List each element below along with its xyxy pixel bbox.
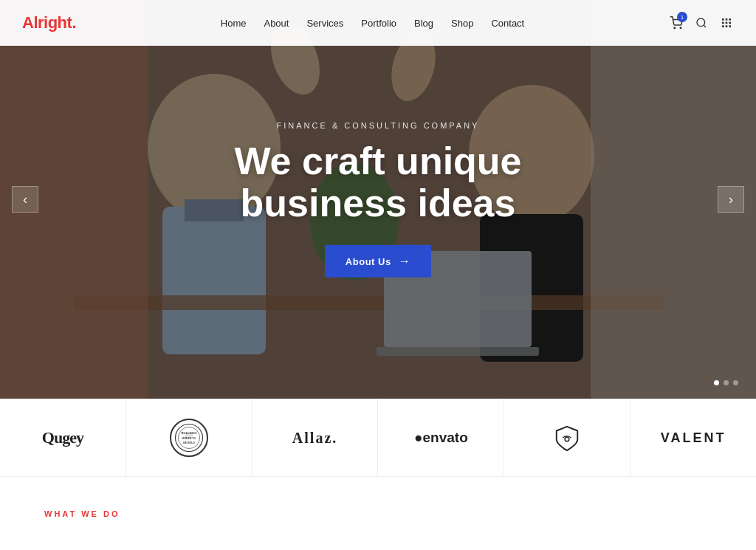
svg-point-2	[697, 18, 705, 27]
logo-valent-text: VALENT	[661, 430, 726, 446]
slider-prev-button[interactable]: ‹	[12, 186, 38, 213]
svg-point-1	[680, 27, 681, 29]
main-nav: Home About Services Portfolio Blog Shop …	[221, 16, 524, 30]
search-icon[interactable]	[694, 16, 709, 30]
nav-item-services[interactable]: Services	[306, 16, 343, 30]
logo-item-bulldog: BULLDOG BREED TO BE BOLD	[126, 399, 252, 476]
slider-next-button[interactable]: ›	[718, 186, 744, 213]
cart-badge: 1	[677, 12, 687, 22]
logo-item-envato: ●envato	[378, 399, 504, 476]
hero-cta-button[interactable]: About Us →	[325, 245, 431, 278]
header: Alright. Home About Services Portfolio B…	[0, 0, 756, 46]
logo-item-allaz: Allaz.	[252, 399, 379, 476]
logo-allaz-text: Allaz.	[292, 430, 337, 447]
svg-point-34	[565, 437, 569, 441]
svg-rect-4	[722, 18, 724, 21]
svg-rect-9	[729, 22, 731, 24]
svg-rect-6	[729, 18, 731, 21]
logo-item-qugey: Qugey	[0, 399, 126, 476]
svg-text:BE BOLD: BE BOLD	[183, 441, 195, 444]
hero-section: ‹ Finance & Consulting Company We craft …	[0, 0, 756, 399]
nav-link-contact[interactable]: Contact	[491, 18, 524, 29]
nav-link-services[interactable]: Services	[306, 18, 343, 29]
slider-dot-1[interactable]	[714, 380, 719, 385]
nav-item-home[interactable]: Home	[221, 16, 247, 30]
svg-point-33	[185, 432, 193, 439]
nav-link-shop[interactable]: Shop	[451, 18, 473, 29]
cart-icon[interactable]: 1	[669, 16, 684, 30]
svg-rect-11	[726, 25, 728, 27]
nav-list: Home About Services Portfolio Blog Shop …	[221, 16, 524, 30]
svg-rect-8	[726, 22, 728, 24]
shield-logo-icon	[553, 424, 581, 452]
nav-item-portfolio[interactable]: Portfolio	[361, 16, 396, 30]
hero-subtitle: Finance & Consulting Company	[193, 121, 563, 130]
svg-rect-10	[722, 25, 724, 27]
grid-icon[interactable]	[719, 16, 734, 30]
logo[interactable]: Alright.	[22, 13, 76, 32]
what-we-do-section: What We Do	[0, 477, 756, 534]
logo-bulldog-badge: BULLDOG BREED TO BE BOLD	[170, 419, 208, 457]
nav-link-portfolio[interactable]: Portfolio	[361, 18, 396, 29]
hero-cta-label: About Us	[346, 256, 391, 267]
logo-text: Alright	[22, 13, 72, 32]
nav-item-blog[interactable]: Blog	[414, 16, 433, 30]
nav-item-about[interactable]: About	[264, 16, 289, 30]
logo-item-shield	[504, 399, 630, 476]
hero-title: We craft unique business ideas	[193, 140, 563, 224]
logo-item-valent: VALENT	[630, 399, 756, 476]
svg-rect-5	[726, 18, 728, 21]
logo-qugey-text: Qugey	[42, 428, 83, 447]
nav-link-home[interactable]: Home	[221, 18, 247, 29]
nav-link-blog[interactable]: Blog	[414, 18, 433, 29]
nav-item-contact[interactable]: Contact	[491, 16, 524, 30]
header-icons: 1	[669, 16, 734, 30]
arrow-icon: →	[399, 255, 411, 268]
section-label-what-we-do: What We Do	[44, 509, 120, 518]
slider-dots	[714, 380, 738, 385]
nav-item-shop[interactable]: Shop	[451, 16, 473, 30]
hero-content: Finance & Consulting Company We craft un…	[193, 121, 563, 278]
nav-link-about[interactable]: About	[264, 18, 289, 29]
logo-dot: .	[72, 13, 76, 32]
svg-point-0	[674, 27, 676, 29]
svg-rect-12	[729, 25, 731, 27]
svg-line-3	[704, 25, 706, 27]
logos-bar: Qugey BULLDOG BREED TO BE BOLD Allaz. ●e…	[0, 399, 756, 477]
slider-dot-2[interactable]	[724, 380, 729, 385]
logo-envato-text: ●envato	[414, 430, 468, 446]
slider-dot-3[interactable]	[733, 380, 738, 385]
svg-rect-7	[722, 22, 724, 24]
